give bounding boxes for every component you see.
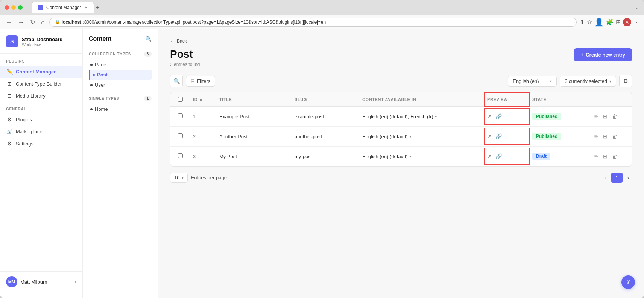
content-available-3-chevron[interactable]: ▾ — [409, 154, 412, 159]
entries-dropdown[interactable]: 10 ▾ — [170, 173, 188, 183]
brand-subtitle: Workplace — [22, 42, 62, 47]
page-button-1[interactable]: 1 — [611, 173, 622, 183]
window-control-icon[interactable]: ⌄ — [635, 5, 639, 11]
collection-item-post[interactable]: Post — [89, 70, 152, 80]
create-new-entry-button[interactable]: + Create new entry — [574, 48, 632, 61]
row-checkbox-3[interactable] — [178, 153, 183, 158]
external-link-icon-1[interactable]: ↗ — [487, 113, 492, 119]
duplicate-button-3[interactable]: ⊟ — [601, 152, 609, 161]
sidebar-item-content-type-builder-label: Content-Type Builder — [16, 81, 62, 87]
profile-icon[interactable]: 👤 — [594, 18, 604, 27]
row-actions-1: ✏ ⊟ 🗑 — [592, 112, 624, 121]
delete-button-1[interactable]: 🗑 — [611, 112, 619, 121]
share-icon[interactable]: ⬆ — [580, 18, 585, 26]
collection-item-page[interactable]: Page — [89, 60, 152, 70]
page-title-section: Post 3 entries found — [170, 48, 200, 67]
table-header: ID ▲ Title Slug Content available in — [170, 92, 632, 107]
search-icon: 🔍 — [173, 78, 180, 84]
next-page-button[interactable]: › — [624, 173, 632, 183]
td-slug-2: another-post — [292, 128, 359, 145]
td-slug-1: example-post — [292, 109, 359, 125]
collection-item-post-label: Post — [97, 72, 108, 78]
content-available-1-chevron[interactable]: ▾ — [435, 114, 437, 119]
content-available-2-chevron[interactable]: ▾ — [409, 134, 412, 139]
table-footer: 10 ▾ Entries per page ‹ 1 › — [170, 173, 632, 183]
locale-chevron-icon: ▾ — [550, 79, 552, 83]
help-button[interactable]: ? — [621, 275, 635, 289]
td-preview-2: ↗ 🔗 — [484, 128, 529, 145]
extension-icon[interactable]: 🧩 — [606, 18, 614, 26]
single-types-text: Single Types — [89, 96, 119, 101]
sidebar-item-settings-label: Settings — [16, 141, 33, 147]
table-settings-button[interactable]: ⚙ — [619, 75, 632, 87]
sidebar-item-content-type-builder[interactable]: ⊞ Content-Type Builder — [0, 78, 82, 90]
sidebar-item-media-library[interactable]: ⊟ Media Library — [0, 90, 82, 102]
sidebar-item-marketplace[interactable]: 🛒 Marketplace — [0, 125, 82, 138]
bookmark-icon[interactable]: ☆ — [587, 18, 592, 26]
edit-button-2[interactable]: ✏ — [592, 132, 600, 141]
table-search-button[interactable]: 🔍 — [170, 75, 183, 87]
td-content-3: English (en) (default) ▾ — [359, 148, 484, 165]
row-checkbox-2[interactable] — [178, 133, 183, 138]
lock-icon: 🔒 — [55, 20, 60, 24]
td-content-2: English (en) (default) ▾ — [359, 128, 484, 145]
back-link[interactable]: ← Back — [170, 38, 632, 44]
collection-dot-user — [90, 84, 93, 86]
sidebar-item-settings[interactable]: ⚙ Settings — [0, 138, 82, 150]
fullscreen-traffic-light[interactable] — [18, 5, 23, 10]
content-panel: Content 🔍 Collection Types 3 Page Po — [83, 29, 158, 298]
link-icon-2[interactable]: 🔗 — [495, 133, 502, 139]
td-actions-2: ✏ ⊟ 🗑 — [589, 127, 627, 146]
sidebar-item-plugins[interactable]: ⚙ Plugins — [0, 113, 82, 125]
filter-button[interactable]: ⊟ Filters — [186, 76, 215, 87]
th-id-label: ID — [193, 97, 197, 102]
edit-button-1[interactable]: ✏ — [592, 112, 600, 121]
columns-dropdown[interactable]: 3 currently selected ▾ — [560, 76, 616, 87]
page-subtitle: 3 entries found — [170, 62, 200, 67]
tab-bar: Content Manager ✕ + — [32, 2, 632, 13]
link-icon-1[interactable]: 🔗 — [495, 113, 502, 119]
th-id[interactable]: ID ▲ — [190, 92, 216, 106]
sidebar-toggle-icon[interactable]: ⊞ — [616, 18, 621, 26]
back-arrow-icon: ← — [170, 38, 175, 44]
minimize-traffic-light[interactable] — [11, 5, 16, 10]
row-checkbox-1[interactable] — [178, 113, 183, 118]
sidebar-user[interactable]: MM Matt Milburn ‹ — [0, 271, 82, 292]
entries-value: 10 — [174, 175, 179, 180]
tab-close-button[interactable]: ✕ — [84, 5, 88, 10]
th-state-label: State — [532, 97, 546, 102]
close-traffic-light[interactable] — [5, 5, 9, 10]
forward-nav-button[interactable]: → — [17, 18, 26, 26]
edit-button-3[interactable]: ✏ — [592, 152, 600, 161]
delete-button-3[interactable]: 🗑 — [611, 152, 619, 161]
collection-types-text: Collection Types — [89, 52, 131, 56]
active-tab[interactable]: Content Manager ✕ — [32, 2, 94, 13]
duplicate-button-2[interactable]: ⊟ — [601, 132, 609, 141]
general-section-label: General — [0, 102, 82, 113]
reload-button[interactable]: ↻ — [29, 18, 36, 26]
prev-page-button[interactable]: ‹ — [602, 173, 610, 183]
delete-button-2[interactable]: 🗑 — [611, 132, 619, 141]
address-bar[interactable]: 🔒 localhost:8000/admin/content-manager/c… — [49, 18, 577, 27]
sidebar-collapse-icon[interactable]: ‹ — [75, 279, 76, 284]
td-title-3: My Post — [216, 148, 292, 165]
user-avatar-icon[interactable]: A — [623, 18, 631, 26]
link-icon-3[interactable]: 🔗 — [495, 153, 502, 159]
single-item-home[interactable]: Home — [89, 104, 152, 114]
th-actions — [589, 92, 627, 106]
content-search-button[interactable]: 🔍 — [145, 36, 152, 42]
td-checkbox-3 — [175, 148, 190, 165]
new-tab-button[interactable]: + — [96, 4, 100, 11]
menu-icon[interactable]: ⋮ — [633, 18, 639, 26]
duplicate-button-1[interactable]: ⊟ — [601, 112, 609, 121]
columns-dropdown-value: 3 currently selected — [565, 78, 607, 84]
external-link-icon-2[interactable]: ↗ — [487, 133, 492, 139]
select-all-checkbox[interactable] — [178, 97, 183, 102]
data-table: ID ▲ Title Slug Content available in — [170, 92, 632, 167]
collection-item-user[interactable]: User — [89, 80, 152, 90]
locale-dropdown[interactable]: English (en) ▾ — [508, 76, 557, 87]
home-button[interactable]: ⌂ — [39, 18, 46, 26]
external-link-icon-3[interactable]: ↗ — [487, 153, 492, 159]
back-nav-button[interactable]: ← — [5, 18, 14, 26]
sidebar-item-content-manager[interactable]: ✏️ Content Manager — [0, 66, 82, 78]
